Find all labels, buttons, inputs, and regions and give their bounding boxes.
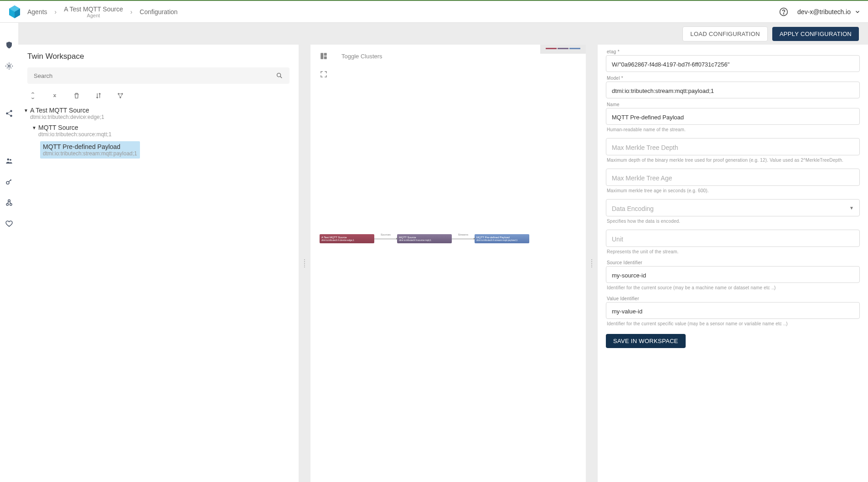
user-email: dev-x@tributech.io <box>797 8 851 15</box>
field-value: W/"0a962867-f4d8-4197-bd7f-6ff0731c7256" <box>612 59 854 69</box>
svg-point-7 <box>6 113 8 115</box>
minimap[interactable] <box>540 45 586 54</box>
help-icon[interactable] <box>779 7 788 16</box>
svg-point-10 <box>10 159 11 161</box>
svg-point-8 <box>10 115 12 117</box>
search-box[interactable] <box>27 67 289 84</box>
share-icon[interactable] <box>5 109 13 118</box>
flow-node-sub: dtmi:io:tributech:h:stream:mqtt:payload;… <box>476 239 527 241</box>
breadcrumb-source-sub: Agent <box>87 13 100 18</box>
shield-icon[interactable] <box>5 41 13 49</box>
flow-node-stream[interactable]: MQTT Pre-defined Payload dtmi:io:tribute… <box>475 234 529 243</box>
svg-point-15 <box>277 73 281 77</box>
delete-icon[interactable] <box>73 92 80 99</box>
flow-diagram: A Test MQTT Source dtmi:io:tributech:h:d… <box>320 234 529 243</box>
graph-icon[interactable] <box>117 92 124 99</box>
chevron-right-icon: › <box>55 8 57 15</box>
tree-node-device[interactable]: ▼A Test MQTT Source dtmi:io:tributech:de… <box>24 105 293 122</box>
field-value-id[interactable]: my-value-id <box>606 302 860 319</box>
breadcrumb: Agents › A Test MQTT Source Agent › Conf… <box>27 5 779 18</box>
field-label-name: Name <box>606 102 860 107</box>
flow-node-device[interactable]: A Test MQTT Source dtmi:io:tributech:h:d… <box>320 234 374 243</box>
svg-rect-20 <box>324 53 327 56</box>
field-source-id[interactable]: my-source-id <box>606 266 860 283</box>
user-menu[interactable]: dev-x@tributech.io <box>797 8 861 15</box>
save-workspace-button[interactable]: SAVE IN WORKSPACE <box>606 334 686 348</box>
field-placeholder: Max Merkle Tree Depth <box>612 142 854 152</box>
panel-twin-workspace: Twin Workspace ▼A Test MQTT Source <box>18 45 299 482</box>
node-dtmi: dtmi:io:tributech:source:mqtt;1 <box>32 131 293 138</box>
chevron-down-icon <box>854 9 861 15</box>
caret-icon[interactable]: ▼ <box>32 125 36 130</box>
chevron-down-icon: ▼ <box>849 205 854 210</box>
field-help: Maximum merkle tree age in seconds (e.g.… <box>606 186 860 195</box>
apply-config-button[interactable]: APPLY CONFIGURATION <box>772 27 859 41</box>
expand-all-icon[interactable] <box>29 92 36 99</box>
node-dtmi: dtmi:io:tributech:device:edge;1 <box>24 114 293 120</box>
svg-point-6 <box>10 110 12 113</box>
breadcrumb-source-label: A Test MQTT Source <box>64 5 123 13</box>
load-config-button[interactable]: LOAD CONFIGURATION <box>682 26 768 41</box>
breadcrumb-source[interactable]: A Test MQTT Source Agent <box>64 5 123 18</box>
field-label-etag: etag * <box>606 49 860 54</box>
sidebar-nav <box>0 23 18 482</box>
users-icon[interactable] <box>5 157 13 165</box>
field-name[interactable]: MQTT Pre-defined Payload <box>606 108 860 125</box>
field-max-age[interactable]: Max Merkle Tree Age <box>606 169 860 186</box>
node-label: MQTT Source <box>38 124 78 131</box>
header: Agents › A Test MQTT Source Agent › Conf… <box>0 1 868 23</box>
flow-node-source[interactable]: MQTT Source dtmi:io:tributech:h:source:m… <box>397 234 452 243</box>
logo[interactable] <box>7 5 22 19</box>
flow-connection: Streams <box>452 234 475 243</box>
field-value: my-source-id <box>612 270 854 280</box>
field-value: my-value-id <box>612 306 854 316</box>
node-dtmi: dtmi:io:tributech:stream:mqtt:payload;1 <box>43 150 137 157</box>
field-etag[interactable]: W/"0a962867-f4d8-4197-bd7f-6ff0731c7256" <box>606 55 860 72</box>
field-placeholder: Max Merkle Tree Age <box>612 173 854 183</box>
field-model[interactable]: dtmi:io:tributech:stream:mqtt:payload;1 <box>606 82 860 98</box>
panel-divider[interactable] <box>302 45 307 482</box>
field-label-srcid: Source Identifier <box>606 260 860 265</box>
tree-toolbar <box>18 88 299 103</box>
key-icon[interactable] <box>5 178 13 186</box>
field-data-encoding[interactable]: Data Encoding ▼ <box>606 199 860 216</box>
sort-icon[interactable] <box>95 92 102 99</box>
chevron-right-icon: › <box>130 8 133 15</box>
field-max-depth[interactable]: Max Merkle Tree Depth <box>606 138 860 155</box>
svg-point-13 <box>10 204 12 206</box>
svg-point-16 <box>118 93 119 94</box>
svg-rect-19 <box>320 53 323 59</box>
breadcrumb-agents[interactable]: Agents <box>27 8 47 15</box>
svg-rect-21 <box>324 56 327 59</box>
tree-node-stream[interactable]: MQTT Pre-defined Payload dtmi:io:tribute… <box>24 139 293 160</box>
panel-properties: etag * W/"0a962867-f4d8-4197-bd7f-6ff073… <box>598 45 868 482</box>
gear-icon[interactable] <box>5 62 13 70</box>
field-value: MQTT Pre-defined Payload <box>612 112 854 122</box>
field-placeholder: Data Encoding <box>612 203 854 213</box>
panel-canvas[interactable]: Toggle Clusters A Test MQTT Source dtmi:… <box>310 45 586 482</box>
field-placeholder: Unit <box>612 234 854 244</box>
webhook-icon[interactable] <box>5 199 13 207</box>
collapse-all-icon[interactable] <box>51 92 58 99</box>
caret-icon[interactable]: ▼ <box>24 108 28 113</box>
layout-icon[interactable] <box>320 52 328 60</box>
toggle-clusters-label[interactable]: Toggle Clusters <box>341 53 382 60</box>
fullscreen-icon[interactable] <box>320 70 328 78</box>
node-label: MQTT Pre-defined Payload <box>43 143 137 150</box>
heart-icon[interactable] <box>5 220 13 228</box>
svg-point-17 <box>121 93 123 94</box>
field-label-valid: Value Identifier <box>606 296 860 301</box>
flow-conn-label: Sources <box>381 233 391 236</box>
search-icon <box>276 72 283 79</box>
svg-point-4 <box>783 13 784 14</box>
panel-divider[interactable] <box>589 45 594 482</box>
flow-node-sub: dtmi:io:tributech:h:source:mqtt;1 <box>399 239 450 241</box>
action-bar: LOAD CONFIGURATION APPLY CONFIGURATION <box>18 23 868 45</box>
svg-point-11 <box>6 181 9 184</box>
field-label-model: Model * <box>606 76 860 81</box>
svg-point-18 <box>119 97 121 98</box>
field-unit[interactable]: Unit <box>606 230 860 247</box>
tree-node-source[interactable]: ▼MQTT Source dtmi:io:tributech:source:mq… <box>24 122 293 139</box>
search-input[interactable] <box>34 72 276 79</box>
breadcrumb-config[interactable]: Configuration <box>140 8 177 15</box>
